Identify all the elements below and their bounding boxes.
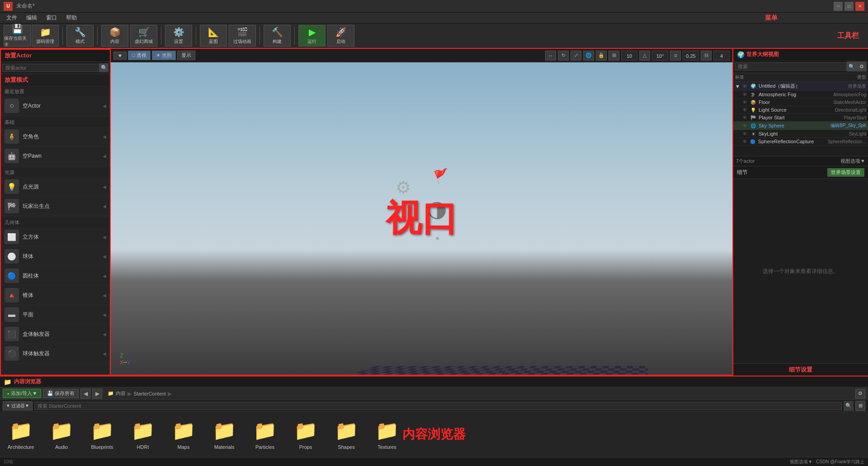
build-icon: 🔨	[272, 27, 283, 38]
details-empty-text: 选择一个对象来查看详细信息。	[763, 268, 839, 275]
run-button[interactable]: ▶ 运行	[298, 25, 326, 47]
content-browser-footer: 10项 视图选项▼ CSDN @Frank学习路上	[0, 457, 868, 466]
outliner-item-light[interactable]: 👁 💡 Light Source DirectionalLight	[733, 106, 868, 114]
launch-button[interactable]: 🚀 启动	[327, 25, 354, 47]
folder-textures[interactable]: 📁 Textures	[373, 419, 401, 450]
vp-snap-btn[interactable]: 🔒	[596, 51, 607, 61]
eye-icon-8: 👁	[742, 139, 749, 144]
item-point-light[interactable]: 💡 点光源 ◀	[1, 177, 110, 197]
vp-scale-toggle[interactable]: ⧈	[670, 51, 681, 61]
folder-materials[interactable]: 📁 Materials	[211, 419, 238, 450]
item-cylinder[interactable]: 🔵 圆柱体 ◀	[1, 266, 110, 286]
nav-back-btn[interactable]: ◀	[80, 389, 90, 399]
toolbar-sep-6	[294, 27, 295, 45]
vp-rotate-btn[interactable]: ↻	[558, 51, 569, 61]
blueprint-button[interactable]: 📐 蓝图	[200, 25, 227, 47]
vp-grid-btn[interactable]: ⊞	[609, 51, 619, 61]
outliner-settings-btn[interactable]: ⚙	[857, 61, 867, 71]
add-import-btn[interactable]: + 添加/导入▼	[3, 389, 41, 398]
outliner-item-sky-sphere[interactable]: 👁 🌐 Sky Sphere 编辑BP_Sky_Sph	[733, 122, 868, 130]
menu-window[interactable]: 窗口	[42, 13, 61, 23]
details-footer: 细节设置	[733, 363, 868, 376]
recent-header: 最近放置	[1, 87, 110, 96]
save-all-btn[interactable]: 💾 保存所有	[43, 389, 79, 398]
item-sphere[interactable]: ⚪ 球体 ◀	[1, 247, 110, 266]
vp-toggle-btn[interactable]: ▼	[113, 52, 127, 60]
content-search-input[interactable]	[34, 402, 842, 410]
cinematics-button[interactable]: 🎬 过场动画	[229, 25, 256, 47]
vp-scale-btn[interactable]: ⤢	[571, 51, 581, 61]
mode-button[interactable]: 🔧 模式	[66, 25, 94, 47]
marketplace-button[interactable]: 🛒 虚幻商城	[130, 25, 157, 47]
vp-translate-btn[interactable]: ↔	[545, 51, 556, 61]
folder-props-label: Props	[299, 444, 312, 450]
item-empty-char[interactable]: 🧍 空角色 ◀	[1, 127, 110, 146]
item-empty-pawn[interactable]: 🤖 空Pawn ◀	[1, 146, 110, 166]
outliner-item-atmospheric[interactable]: 👁 🌫 Atmospheric Fog AtmosphericFog	[733, 91, 868, 99]
perspective-btn[interactable]: □ 透视	[128, 51, 151, 60]
item-sphere-trigger[interactable]: ⚫ 球体触发器 ◀	[1, 344, 110, 363]
perspective-label: 透视	[137, 52, 146, 58]
folder-props[interactable]: 📁 Props	[292, 419, 319, 450]
outliner-item-skylight[interactable]: 👁 ☀ SkyLight SkyLight	[733, 130, 868, 138]
show-btn[interactable]: 显示	[177, 51, 195, 60]
item-player-start[interactable]: 🏁 玩家出生点 ◀	[1, 197, 110, 216]
view-options-footer[interactable]: 视图选项▼	[790, 459, 812, 465]
floor-label: Floor	[759, 99, 812, 105]
build-button[interactable]: 🔨 构建	[264, 25, 291, 47]
folder-particles[interactable]: 📁 Particles	[251, 419, 278, 450]
item-box-trigger[interactable]: ⬛ 盒体触发器 ◀	[1, 325, 110, 344]
vp-angle-toggle[interactable]: △	[639, 51, 650, 61]
scene-settings-btn[interactable]: 世界场景设置	[827, 168, 864, 177]
outliner-search-btn[interactable]: 🔍	[847, 61, 857, 71]
cinematics-label: 过场动画	[233, 38, 251, 45]
folder-maps[interactable]: 📁 Maps	[170, 419, 197, 450]
vp-layers-btn[interactable]: ⊟	[701, 51, 712, 61]
viewport[interactable]: ⚙ 🚩 ◑ ● 视口 Z X─Y	[111, 62, 732, 376]
search-submit-btn[interactable]: 🔍	[844, 401, 854, 411]
item-cube[interactable]: ⬜ 立方体 ◀	[1, 227, 110, 247]
filter-btn[interactable]: ▼ 过滤器▼	[3, 401, 33, 410]
settings-button[interactable]: ⚙️ 设置	[165, 25, 192, 47]
window-controls: ─ □ ✕	[834, 2, 864, 11]
folder-textures-label: Textures	[377, 444, 396, 450]
close-button[interactable]: ✕	[855, 2, 864, 11]
folder-hdri[interactable]: 📁 HDRI	[129, 419, 156, 450]
folder-audio[interactable]: 📁 Audio	[48, 419, 75, 450]
player-flag-object: 🚩	[432, 167, 451, 185]
folder-maps-label: Maps	[178, 444, 190, 450]
light-section: 光源 💡 点光源 ◀ 🏁 玩家出生点 ◀	[1, 167, 110, 217]
outliner-search-input[interactable]	[735, 62, 847, 71]
item-empty-actor[interactable]: ○ 空Actor ◀	[1, 96, 110, 116]
outliner-item-reflection[interactable]: 👁 🔵 SphereReflectionCapture SphereReflec…	[733, 138, 868, 146]
folder-shapes[interactable]: 📁 Shapes	[333, 419, 360, 450]
menu-help[interactable]: 帮助	[61, 13, 81, 23]
folder-hdri-icon: 📁	[131, 419, 155, 442]
maximize-button[interactable]: □	[844, 2, 854, 11]
path-starter-content[interactable]: StarterContent	[133, 391, 166, 396]
item-cone[interactable]: 🔺 锥体 ◀	[1, 286, 110, 305]
save-button[interactable]: 💾 保存当前关卡	[4, 25, 31, 47]
lighting-btn[interactable]: ☀ 光照	[152, 51, 176, 60]
menu-edit[interactable]: 编辑	[22, 13, 42, 23]
view-toggle-btn[interactable]: ⊞	[855, 401, 865, 411]
view-options-btn[interactable]: 视图选项▼	[840, 158, 865, 165]
folder-architecture[interactable]: 📁 Architecture	[7, 419, 34, 450]
vp-world-btn[interactable]: 🌐	[583, 51, 594, 61]
cylinder-icon: 🔵	[5, 268, 19, 283]
content-button[interactable]: 📦 内容	[101, 25, 128, 47]
search-input[interactable]	[2, 64, 99, 72]
outliner-item-root[interactable]: ▼ 👁 🌍 Untitled（编辑器） 世界场景	[733, 82, 868, 91]
item-plane[interactable]: ▬ 平面 ◀	[1, 305, 110, 325]
outliner-item-player[interactable]: 👁 🏁 Player Start PlayerStart	[733, 114, 868, 122]
search-icon[interactable]: 🔍	[99, 63, 108, 72]
outliner-item-floor[interactable]: 👁 📦 Floor StaticMeshActor	[733, 99, 868, 106]
nav-forward-btn[interactable]: ▶	[92, 389, 102, 399]
menu-file[interactable]: 文件	[2, 13, 22, 23]
minimize-button[interactable]: ─	[834, 2, 843, 11]
source-button[interactable]: 📁 源码管理	[32, 25, 59, 47]
path-content[interactable]: 内容	[116, 390, 126, 397]
folder-blueprints[interactable]: 📁 Blueprints	[89, 419, 116, 450]
settings-btn-2[interactable]: ⚙	[855, 389, 865, 399]
angle-value: 10°	[652, 51, 668, 61]
